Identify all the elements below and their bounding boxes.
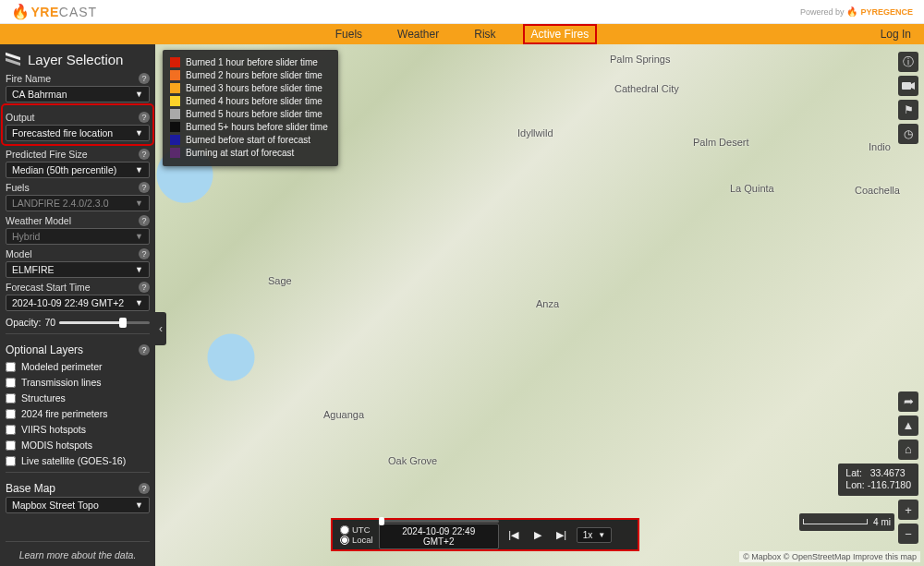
step-forward-button[interactable]: ▶| bbox=[553, 525, 571, 544]
legend-swatch bbox=[170, 122, 180, 132]
select-start-time[interactable]: 2024-10-09 22:49 GMT+2▼ bbox=[6, 295, 150, 311]
sidebar-collapse-button[interactable]: ‹ bbox=[155, 312, 166, 345]
nav-fuels[interactable]: Fuels bbox=[328, 25, 370, 43]
tz-local[interactable]: Local bbox=[340, 535, 373, 545]
map-label: Sage bbox=[268, 275, 292, 286]
field-wx-model: Weather Model? Hybrid▼ bbox=[6, 215, 150, 245]
scale-bar: 4 mi bbox=[799, 513, 894, 531]
zoom-in-button[interactable]: + bbox=[898, 500, 918, 520]
opacity-control: Opacity: 70 bbox=[6, 317, 150, 328]
legend-swatch bbox=[170, 96, 180, 106]
select-basemap[interactable]: Mapbox Street Topo▼ bbox=[6, 497, 150, 513]
nav-risk[interactable]: Risk bbox=[467, 25, 503, 43]
sidebar-title: Layer Selection bbox=[28, 52, 123, 67]
help-icon[interactable]: ? bbox=[139, 483, 150, 494]
home-icon[interactable]: ⌂ bbox=[898, 440, 918, 460]
chk-transmission-lines[interactable]: Transmission lines bbox=[6, 377, 150, 388]
map-label: Palm Desert bbox=[693, 137, 749, 148]
select-fire-name[interactable]: CA Bahrman▼ bbox=[6, 86, 150, 102]
chevron-down-icon: ▼ bbox=[135, 165, 143, 175]
help-icon[interactable]: ? bbox=[139, 215, 150, 226]
info-icon[interactable]: ⓘ bbox=[898, 52, 918, 72]
help-icon[interactable]: ? bbox=[139, 73, 150, 84]
sidebar: Layer Selection Fire Name? CA Bahrman▼ O… bbox=[0, 44, 155, 566]
tz-utc[interactable]: UTC bbox=[340, 524, 373, 535]
legend-swatch bbox=[170, 70, 180, 80]
map-label: La Quinta bbox=[730, 183, 774, 194]
select-fuels[interactable]: LANDFIRE 2.4.0/2.3.0▼ bbox=[6, 195, 150, 211]
opacity-slider[interactable] bbox=[59, 321, 150, 324]
map-attribution[interactable]: © Mapbox © OpenStreetMap Improve this ma… bbox=[739, 551, 920, 562]
step-back-button[interactable]: |◀ bbox=[505, 525, 523, 544]
map-label: Cathedral City bbox=[614, 83, 679, 94]
legend-swatch bbox=[170, 148, 180, 158]
app-header: 🔥 YRE CAST Powered by 🔥 PYREGENCE bbox=[0, 0, 924, 24]
field-model: Model? ELMFIRE▼ bbox=[6, 248, 150, 278]
login-link[interactable]: Log In bbox=[881, 28, 911, 41]
chevron-left-icon: ‹ bbox=[159, 322, 163, 335]
chk-modis[interactable]: MODIS hotspots bbox=[6, 440, 150, 451]
field-output: Output? Forecasted fire location▼ bbox=[4, 106, 152, 143]
help-icon[interactable]: ? bbox=[139, 248, 150, 259]
map-label: Indio bbox=[869, 141, 891, 152]
chk-structures[interactable]: Structures bbox=[6, 392, 150, 403]
flame-icon: 🔥 bbox=[11, 3, 30, 20]
share-icon[interactable]: ➦ bbox=[898, 391, 918, 412]
coords-readout: Lat: 33.4673 Lon: -116.7180 bbox=[838, 464, 918, 496]
help-icon[interactable]: ? bbox=[139, 149, 150, 160]
chevron-down-icon: ▼ bbox=[135, 500, 143, 510]
field-start-time: Forecast Start Time? 2024-10-09 22:49 GM… bbox=[6, 282, 150, 311]
help-icon[interactable]: ? bbox=[139, 182, 150, 193]
basemap-title: Base Map bbox=[6, 482, 55, 495]
nav-weather[interactable]: Weather bbox=[390, 25, 446, 43]
legend-panel: Burned 1 hour before slider time Burned … bbox=[163, 50, 338, 166]
chk-viirs[interactable]: VIIRS hotspots bbox=[6, 424, 150, 435]
chevron-down-icon: ▼ bbox=[135, 265, 143, 274]
legend-swatch bbox=[170, 83, 180, 93]
speed-select[interactable]: 1x▼ bbox=[577, 527, 612, 543]
map-label: Coachella bbox=[855, 185, 900, 196]
select-wx-model[interactable]: Hybrid▼ bbox=[6, 228, 150, 245]
chk-2024-perimeters[interactable]: 2024 fire perimeters bbox=[6, 408, 150, 419]
svg-rect-0 bbox=[902, 82, 911, 90]
map-label: Aguanga bbox=[323, 409, 364, 420]
help-icon[interactable]: ? bbox=[139, 282, 150, 293]
flag-icon[interactable]: ⚑ bbox=[898, 100, 918, 120]
logo: 🔥 YRE CAST bbox=[11, 3, 97, 20]
camera-icon[interactable] bbox=[898, 76, 918, 96]
field-fire-name: Fire Name? CA Bahrman▼ bbox=[6, 73, 150, 102]
select-fire-size[interactable]: Median (50th percentile)▼ bbox=[6, 162, 150, 178]
time-display: 2024-10-09 22:49 GMT+2 bbox=[379, 524, 499, 549]
chevron-down-icon: ▼ bbox=[135, 90, 143, 99]
chevron-down-icon: ▼ bbox=[135, 298, 143, 307]
chk-goes16[interactable]: Live satellite (GOES-16) bbox=[6, 455, 150, 466]
field-fuels: Fuels? LANDFIRE 2.4.0/2.3.0▼ bbox=[6, 182, 150, 211]
zoom-out-button[interactable]: − bbox=[898, 524, 918, 544]
play-button[interactable]: ▶ bbox=[529, 525, 547, 544]
map-label: Anza bbox=[536, 298, 559, 309]
learn-more-link[interactable]: Learn more about the data. bbox=[6, 541, 150, 560]
select-output[interactable]: Forecasted fire location▼ bbox=[6, 125, 150, 141]
chevron-down-icon: ▼ bbox=[135, 128, 143, 138]
map-label: Palm Springs bbox=[610, 54, 670, 65]
time-slider[interactable] bbox=[379, 520, 499, 523]
select-model[interactable]: ELMFIRE▼ bbox=[6, 261, 150, 278]
terrain-icon[interactable]: ▲ bbox=[898, 415, 918, 436]
nav-bar: Fuels Weather Risk Active Fires Log In bbox=[0, 24, 924, 44]
legend-swatch bbox=[170, 57, 180, 67]
map-tools-bottom: ➦ ▲ ⌂ bbox=[898, 391, 918, 460]
layers-icon bbox=[6, 54, 20, 66]
powered-by: Powered by 🔥 PYREGENCE bbox=[800, 6, 913, 17]
legend-swatch bbox=[170, 109, 180, 119]
field-fire-size: Predicted Fire Size? Median (50th percen… bbox=[6, 149, 150, 178]
map-label: Oak Grove bbox=[388, 455, 437, 466]
help-icon[interactable]: ? bbox=[139, 344, 150, 355]
chevron-down-icon: ▼ bbox=[135, 199, 143, 208]
clock-icon[interactable]: ◷ bbox=[898, 124, 918, 144]
time-controls: UTC Local 2024-10-09 22:49 GMT+2 |◀ ▶ ▶|… bbox=[333, 520, 638, 549]
map-label: Idyllwild bbox=[517, 127, 553, 138]
nav-active-fires[interactable]: Active Fires bbox=[524, 25, 597, 43]
map-tools-top: ⓘ ⚑ ◷ bbox=[898, 52, 918, 144]
help-icon[interactable]: ? bbox=[139, 112, 150, 123]
chk-modeled-perimeter[interactable]: Modeled perimeter bbox=[6, 361, 150, 372]
